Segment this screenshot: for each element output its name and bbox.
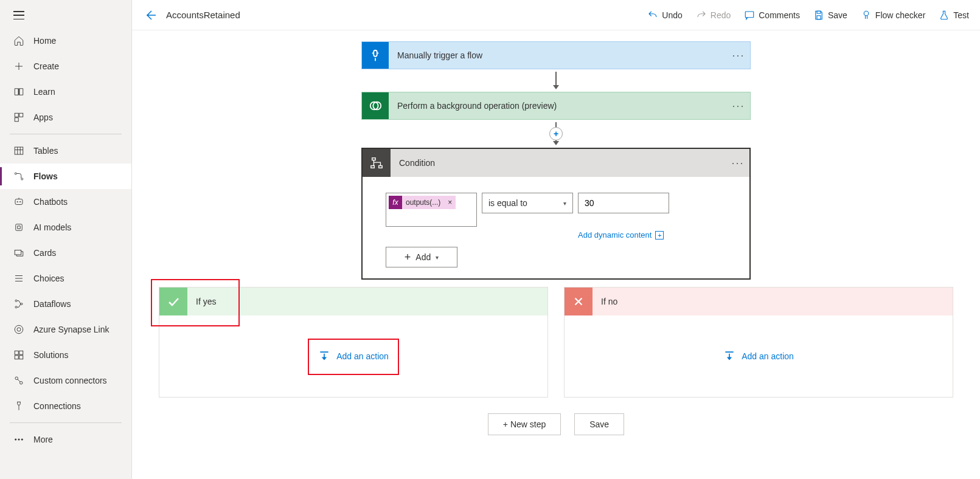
sidebar: HomeCreateLearnAppsTablesFlowsChatbotsAI…: [0, 0, 132, 479]
add-condition-button[interactable]: + Add ▾: [386, 247, 457, 267]
sidebar-item-tables[interactable]: Tables: [0, 138, 131, 164]
svg-rect-26: [817, 15, 821, 19]
save-flow-button[interactable]: Save: [574, 413, 624, 435]
add-dynamic-content-link[interactable]: Add dynamic content +: [578, 230, 664, 240]
sidebar-item-label: Tables: [33, 146, 58, 156]
add-action-yes[interactable]: Add an action: [318, 350, 389, 364]
sidebar-item-create[interactable]: Create: [0, 53, 131, 79]
sidebar-item-aimodels[interactable]: AI models: [0, 215, 131, 240]
undo-button[interactable]: Undo: [647, 10, 682, 21]
connector: [553, 69, 559, 92]
trigger-more-icon[interactable]: ···: [727, 49, 750, 62]
fx-icon: fx: [389, 196, 402, 209]
sidebar-item-dataflows[interactable]: Dataflows: [0, 291, 131, 317]
sidebar-item-label: Chatbots: [33, 197, 68, 207]
svg-point-22: [18, 439, 19, 440]
synapse-icon: [13, 324, 24, 335]
flow-icon: [13, 171, 24, 182]
sidebar-item-chatbots[interactable]: Chatbots: [0, 189, 131, 215]
connections-icon: [13, 401, 24, 412]
svg-rect-17: [15, 356, 18, 359]
test-button[interactable]: Test: [939, 10, 969, 21]
add-action-no[interactable]: Add an action: [723, 350, 794, 364]
save-button[interactable]: Save: [813, 10, 847, 21]
background-op-card[interactable]: Perform a background operation (preview)…: [361, 92, 751, 120]
svg-rect-16: [19, 351, 23, 354]
sidebar-item-apps[interactable]: Apps: [0, 105, 131, 130]
condition-value-input[interactable]: [578, 193, 669, 213]
main: AccountsRetained Undo Redo Comments Save: [132, 0, 980, 479]
sidebar-item-connectors[interactable]: Custom connectors: [0, 368, 131, 393]
x-icon: [565, 288, 593, 315]
apps-icon: [13, 112, 24, 123]
svg-point-27: [864, 11, 869, 16]
ai-icon: [13, 222, 24, 233]
svg-point-4: [15, 173, 16, 174]
svg-rect-15: [15, 351, 18, 354]
sidebar-item-solutions[interactable]: Solutions: [0, 342, 131, 368]
svg-rect-32: [379, 166, 383, 168]
token-remove-icon[interactable]: ×: [444, 196, 456, 208]
table-icon: [13, 145, 24, 156]
chatbot-icon: [13, 196, 24, 207]
hamburger-button[interactable]: [0, 0, 131, 28]
sidebar-item-label: Azure Synapse Link: [33, 325, 109, 334]
branch-yes-header[interactable]: If yes: [159, 288, 547, 315]
condition-operator-select[interactable]: is equal to ▾: [482, 193, 573, 213]
background-op-more-icon[interactable]: ···: [727, 100, 750, 112]
sidebar-item-label: Create: [33, 61, 59, 71]
svg-rect-6: [15, 199, 23, 205]
condition-card[interactable]: Condition ··· fx outputs(...) ×: [361, 148, 751, 280]
sidebar-item-label: More: [33, 435, 53, 444]
new-step-button[interactable]: + New step: [488, 413, 561, 435]
hamburger-icon: [13, 11, 24, 19]
plus-icon: [13, 61, 24, 72]
sidebar-item-choices[interactable]: Choices: [0, 266, 131, 291]
sidebar-item-cards[interactable]: Cards: [0, 240, 131, 266]
bottom-bar: + New step Save: [488, 398, 624, 447]
svg-point-21: [15, 439, 16, 440]
condition-left-operand[interactable]: fx outputs(...) ×: [386, 193, 477, 227]
svg-rect-18: [19, 356, 23, 359]
topbar: AccountsRetained Undo Redo Comments Save: [132, 0, 980, 30]
branch-yes: If yes Add an action: [159, 287, 548, 398]
redo-button: Redo: [696, 10, 731, 21]
branch-no-header[interactable]: If no: [565, 288, 953, 315]
trigger-card[interactable]: Manually trigger a flow ···: [361, 41, 751, 69]
sidebar-item-more[interactable]: More: [0, 427, 131, 452]
condition-header[interactable]: Condition ···: [363, 149, 749, 177]
sidebar-item-flows[interactable]: Flows: [0, 164, 131, 189]
expression-token[interactable]: fx outputs(...) ×: [389, 196, 456, 209]
more-icon: [13, 434, 24, 445]
redo-label: Redo: [711, 10, 731, 20]
sidebar-item-label: Connections: [33, 401, 81, 411]
solutions-icon: [13, 350, 24, 360]
add-action-icon: [723, 350, 735, 364]
sidebar-item-label: Dataflows: [33, 299, 71, 309]
connectors-icon: [13, 375, 24, 386]
svg-point-5: [21, 178, 23, 180]
comments-button[interactable]: Comments: [744, 10, 800, 21]
sidebar-item-label: Solutions: [33, 350, 69, 360]
svg-point-12: [15, 306, 17, 308]
sidebar-item-connections[interactable]: Connections: [0, 393, 131, 419]
test-label: Test: [953, 10, 969, 20]
svg-rect-30: [372, 158, 376, 160]
svg-point-7: [17, 201, 18, 202]
sidebar-item-learn[interactable]: Learn: [0, 79, 131, 105]
svg-rect-31: [371, 166, 375, 168]
sidebar-item-home[interactable]: Home: [0, 28, 131, 53]
add-label: Add: [415, 252, 431, 262]
back-button[interactable]: [143, 8, 158, 22]
sidebar-item-synapse[interactable]: Azure Synapse Link: [0, 317, 131, 342]
canvas[interactable]: Manually trigger a flow ··· Perform a ba…: [132, 30, 980, 479]
flow-title: AccountsRetained: [166, 10, 647, 20]
svg-rect-9: [16, 224, 23, 231]
condition-more-icon[interactable]: ···: [726, 157, 749, 170]
plus-icon: +: [405, 251, 411, 264]
check-icon: [159, 288, 187, 315]
sidebar-item-label: Cards: [33, 248, 56, 258]
flow-checker-button[interactable]: Flow checker: [861, 10, 925, 21]
insert-step-button[interactable]: +: [549, 127, 563, 140]
token-label: outputs(...): [402, 196, 444, 208]
